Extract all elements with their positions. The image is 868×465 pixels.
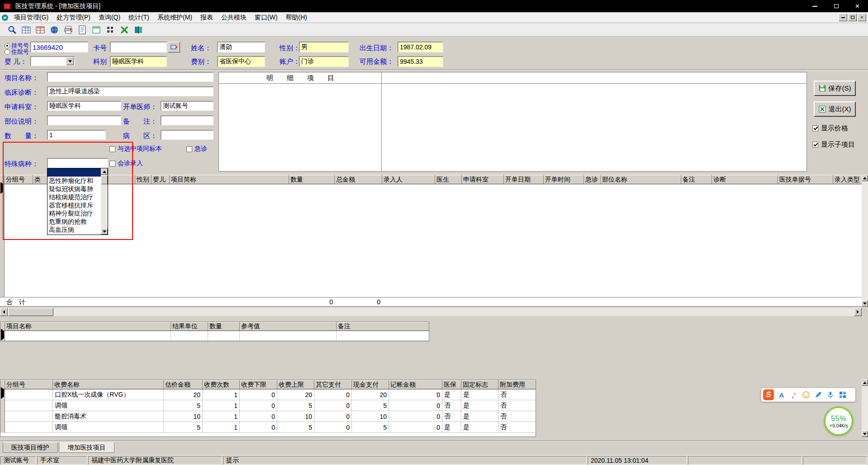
feetype-input[interactable]: 省医保中心	[217, 56, 265, 67]
same-specimen-row[interactable]: 与选中项同标本	[109, 145, 162, 153]
name-input[interactable]: 潘勋	[217, 42, 265, 53]
scroll-right-button[interactable]	[854, 308, 862, 316]
menu-item-query[interactable]: 查询(Q)	[95, 12, 124, 23]
gender-input[interactable]: 男	[299, 42, 349, 53]
table-grid-icon[interactable]	[20, 24, 32, 35]
dropdown-option[interactable]: 结核病规范治疗	[47, 193, 101, 201]
baby-combo[interactable]	[30, 56, 75, 66]
same-specimen-label: 与选中项同标本	[118, 145, 162, 153]
handwriting-icon[interactable]	[814, 390, 823, 400]
regno-input[interactable]: 13669420	[30, 42, 88, 53]
table-red-icon[interactable]	[34, 24, 46, 35]
scroll-down-button[interactable]	[862, 431, 868, 437]
main-col-apply-dept: 申请科室	[462, 175, 504, 184]
item-name-input[interactable]	[47, 72, 213, 82]
mic-icon[interactable]	[826, 390, 835, 400]
minimize-button[interactable]	[804, 0, 825, 12]
document-icon[interactable]	[76, 24, 88, 35]
remark-input[interactable]	[161, 115, 213, 125]
show-subitem-row[interactable]: 显示子项目	[812, 140, 855, 149]
punctuation-icon[interactable]: ,’	[789, 390, 798, 400]
birth-input[interactable]: 1987.02.09	[398, 42, 443, 53]
scroll-thumb[interactable]	[101, 175, 108, 184]
show-subitem-checkbox[interactable]	[812, 142, 818, 148]
font-mode-icon[interactable]: A	[777, 390, 786, 400]
ward-combo[interactable]	[161, 130, 213, 140]
fee-table-row[interactable]: 口腔X线一次成像（RVG） 20 1 0 20 0 20 0 是 是 否	[0, 389, 536, 400]
mdi-restore-button[interactable]	[848, 14, 857, 21]
menu-item-stats[interactable]: 统计(T)	[124, 12, 153, 23]
menu-item-prescription[interactable]: 处方管理(P)	[52, 12, 95, 23]
result-table-row[interactable]	[0, 331, 429, 341]
card-input[interactable]	[110, 42, 167, 53]
part-input[interactable]	[47, 115, 121, 125]
mdi-minimize-button[interactable]	[839, 14, 847, 21]
consult-entry-checkbox[interactable]	[109, 161, 115, 167]
fee-table-row[interactable]: 调颌 5 1 0 5 0 5 0 否 是 否	[0, 400, 536, 411]
dropdown-option[interactable]: 危重病的抢救	[47, 217, 101, 225]
balance-input[interactable]: 9945.33	[398, 56, 443, 67]
sogou-logo-icon[interactable]: S	[763, 389, 774, 400]
exit-button[interactable]: 退出(X)	[814, 101, 856, 117]
scroll-up-button[interactable]	[862, 175, 868, 181]
diagnosis-input[interactable]: 急性上呼吸道感染	[47, 86, 213, 96]
emergency-checkbox[interactable]	[186, 146, 192, 152]
tab-project-maintenance[interactable]: 医技项目维护	[3, 442, 58, 453]
form-window-icon[interactable]	[90, 24, 102, 35]
baby-combo-arrow[interactable]	[66, 57, 74, 65]
show-price-checkbox[interactable]	[812, 125, 818, 131]
dropdown-option[interactable]: 疑似冠状病毒肺	[47, 185, 101, 193]
fee-table-row[interactable]: 调颌 5 1 0 5 0 5 0 是 是 否	[0, 422, 536, 433]
qty-input[interactable]: 1	[47, 130, 106, 140]
globe-icon[interactable]	[48, 24, 60, 35]
dropdown-option[interactable]	[47, 168, 101, 177]
doctor-input[interactable]: 测试账号	[161, 101, 213, 111]
scroll-thumb[interactable]	[8, 308, 53, 316]
dropdown-option[interactable]: 精神分裂症治疗	[47, 209, 101, 217]
dropdown-scrollbar[interactable]	[101, 168, 108, 235]
same-specimen-checkbox[interactable]	[109, 146, 115, 152]
inpatient-radio-row[interactable]: 住院号	[5, 48, 29, 56]
scroll-left-button[interactable]	[0, 308, 8, 316]
menu-item-report[interactable]: 报表	[196, 12, 217, 23]
dropdown-option[interactable]: 恶性肿瘤化疗和	[47, 177, 101, 185]
save-button[interactable]: 保存(S)	[814, 81, 856, 96]
emergency-row[interactable]: 急诊	[186, 145, 207, 153]
scroll-up-button[interactable]	[101, 168, 108, 175]
printer-icon[interactable]	[62, 24, 74, 35]
account-input[interactable]: 门诊	[299, 56, 349, 67]
keyboard-grid-icon[interactable]	[838, 390, 847, 400]
special-disease-combo[interactable]	[47, 158, 108, 168]
main-grid-vscrollbar[interactable]	[862, 175, 868, 307]
book-icon[interactable]	[133, 24, 144, 35]
emoji-icon[interactable]	[802, 390, 811, 400]
apply-dept-input[interactable]: 睡眠医学科	[47, 101, 121, 111]
menu-item-common[interactable]: 公共模块	[217, 12, 251, 23]
card-reader-button[interactable]	[168, 42, 180, 53]
special-disease-dropdown-list: 恶性肿瘤化疗和 疑似冠状病毒肺 结核病规范治疗 器官移植抗排斥 精神分裂症治疗 …	[47, 168, 108, 235]
show-price-row[interactable]: 显示价格	[812, 124, 848, 133]
dropdown-option[interactable]: 器官移植抗排斥	[47, 201, 101, 209]
search-icon[interactable]	[6, 24, 18, 35]
menu-item-window[interactable]: 窗口(W)	[251, 12, 282, 23]
scroll-up-button[interactable]	[862, 379, 868, 386]
main-grid-hscrollbar[interactable]	[0, 308, 862, 316]
keypad-icon[interactable]	[104, 24, 116, 35]
dropdown-option[interactable]: 高血压病	[47, 225, 101, 234]
network-speed-widget[interactable]: 55% 0.04K/s	[824, 407, 853, 436]
mdi-close-button[interactable]: ×	[858, 14, 866, 21]
scroll-down-button[interactable]	[862, 300, 868, 307]
maximize-button[interactable]	[825, 0, 847, 12]
consult-entry-row[interactable]: 会诊录入	[109, 159, 143, 168]
inpatient-radio[interactable]	[5, 49, 10, 55]
fee-vscrollbar[interactable]	[862, 379, 868, 437]
menu-item-project[interactable]: 项目管理(G)	[10, 12, 52, 23]
menu-item-help[interactable]: 帮助(H)	[282, 12, 311, 23]
close-green-icon[interactable]	[119, 24, 130, 35]
dept-input[interactable]: 睡眠医学科	[110, 56, 167, 67]
fee-table-row[interactable]: 髓腔消毒术 10 1 0 10 0 10 0 否 是 否	[0, 411, 536, 422]
scroll-down-button[interactable]	[101, 228, 108, 235]
close-button[interactable]: ×	[847, 0, 868, 12]
tab-add-project[interactable]: 增加医技项目	[59, 442, 114, 453]
menu-item-maintenance[interactable]: 系统维护(M)	[153, 12, 196, 23]
